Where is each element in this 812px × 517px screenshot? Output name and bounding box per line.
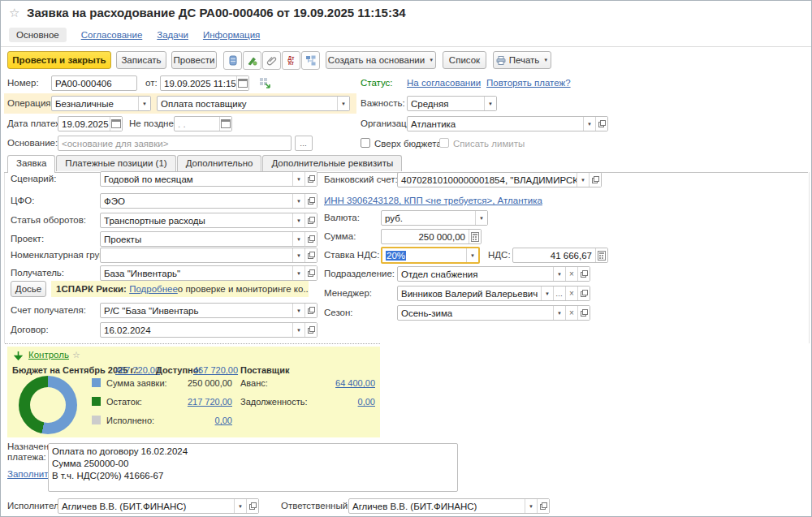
open-icon[interactable] <box>246 499 258 513</box>
season-field[interactable]: Осень-зима ▼ × <box>397 305 590 321</box>
chevron-down-icon[interactable]: ▼ <box>292 323 304 337</box>
list-button[interactable]: Список <box>443 51 486 69</box>
nav-tab-info[interactable]: Информация <box>203 30 260 40</box>
responsible-field[interactable]: Агличев В.В. (БИТ.ФИНАНС) ▼ <box>348 498 550 514</box>
manager-field[interactable]: Винников Валерий Валерьевич ▼ … × <box>397 286 590 301</box>
open-icon[interactable] <box>304 304 317 317</box>
inn-kpp-link[interactable]: ИНН 3906243128, КПП <не требуется>, Атла… <box>324 193 542 209</box>
executor-field[interactable]: Агличев В.В. (БИТ.ФИНАНС) ▼ <box>58 498 259 514</box>
control-star-icon[interactable]: ☆ <box>72 350 80 360</box>
document-date-field[interactable]: 19.09.2025 11:15:34 <box>160 75 249 91</box>
chevron-down-icon[interactable]: ▼ <box>475 211 487 225</box>
basis-input[interactable] <box>58 136 292 151</box>
clear-icon[interactable]: × <box>565 287 577 300</box>
open-icon[interactable] <box>304 266 317 280</box>
tab-payment-positions[interactable]: Платежные позиции (1) <box>56 155 175 171</box>
importance-field[interactable]: Средняя ▼ <box>407 96 497 111</box>
clear-icon[interactable]: × <box>565 306 577 320</box>
chevron-down-icon[interactable]: ▼ <box>292 172 304 186</box>
currency-field[interactable]: руб. ▼ <box>381 210 488 226</box>
recipient-account-field[interactable]: Р/С "База "Инвентарь ▼ <box>100 303 317 318</box>
post-and-close-button[interactable]: Провести и закрыть <box>7 51 111 69</box>
advance-value-link[interactable]: 64 400,00 <box>312 378 375 388</box>
favorite-star-icon[interactable]: ☆ <box>9 6 19 20</box>
spark-details-link[interactable]: Подробнее <box>129 284 178 294</box>
chevron-down-icon[interactable]: ▼ <box>292 304 304 317</box>
remainder-value-link[interactable]: 217 720,00 <box>175 397 232 407</box>
chevron-down-icon[interactable]: ▼ <box>292 213 304 227</box>
debt-value-link[interactable]: 0,00 <box>312 397 375 407</box>
repeat-payment-link[interactable]: Повторять платеж? <box>486 75 571 91</box>
chevron-down-icon[interactable]: ▼ <box>337 97 349 110</box>
register-records-icon[interactable] <box>223 51 242 70</box>
write-off-limits-checkbox[interactable] <box>439 138 449 148</box>
department-field[interactable]: Отдел снабжения ▼ × <box>397 266 590 282</box>
scenario-field[interactable]: Годовой по месяцам ▼ <box>100 171 317 187</box>
organization-field[interactable]: Атлантика ▼ <box>407 116 608 131</box>
budget-value-link[interactable]: 467 720,00 <box>115 365 160 375</box>
chevron-down-icon[interactable]: ▼ <box>292 248 304 262</box>
open-icon[interactable] <box>577 287 590 300</box>
basis-select-button[interactable]: … <box>295 136 313 151</box>
open-icon[interactable] <box>304 172 317 186</box>
payment-purpose-textarea[interactable]: Оплата по договору 16.02.2024 Сумма 2500… <box>48 443 458 492</box>
open-icon[interactable] <box>304 323 317 337</box>
operation-type-field[interactable]: Безналичные ▼ <box>51 96 151 111</box>
contract-field[interactable]: 16.02.2024 ▼ <box>100 322 317 338</box>
calendar-icon[interactable] <box>110 117 122 131</box>
structure-icon[interactable] <box>301 51 320 70</box>
open-icon[interactable] <box>589 173 601 187</box>
turnover-item-field[interactable]: Транспортные расходы ▼ <box>100 213 317 228</box>
calculator-icon[interactable] <box>595 248 607 262</box>
vat-rate-field[interactable]: 20% ▼ <box>381 247 480 264</box>
control-link[interactable]: Контроль <box>28 350 69 360</box>
open-icon[interactable] <box>577 267 590 281</box>
print-button[interactable]: Печать▼ <box>493 51 551 69</box>
project-field[interactable]: Проекты ▼ <box>100 231 317 247</box>
chevron-down-icon[interactable]: ▼ <box>484 97 496 110</box>
tab-additional-attributes[interactable]: Дополнительные реквизиты <box>262 155 402 171</box>
bank-account-field[interactable]: 40702810100000001854, "ВЛАДИМИРСКИЙ" ФБ … <box>397 172 602 187</box>
chevron-down-icon[interactable]: ▼ <box>553 267 565 281</box>
chevron-down-icon[interactable]: ▼ <box>541 287 553 300</box>
tab-request[interactable]: Заявка <box>7 155 55 173</box>
vat-amount-field[interactable]: 41 666,67 <box>512 248 608 263</box>
select-icon[interactable]: … <box>553 287 565 300</box>
clear-icon[interactable]: × <box>565 267 577 281</box>
nav-tab-approval[interactable]: Согласование <box>81 30 143 40</box>
number-field[interactable]: РА00-000406 <box>51 75 137 91</box>
chevron-down-icon[interactable]: ▼ <box>553 306 565 320</box>
nav-tab-main[interactable]: Основное <box>9 28 67 42</box>
collapse-arrow-icon[interactable] <box>14 351 23 360</box>
chevron-down-icon[interactable]: ▼ <box>292 194 304 208</box>
available-value-link[interactable]: 467 720,00 <box>193 365 238 375</box>
chevron-down-icon[interactable]: ▼ <box>466 248 478 262</box>
sign-icon[interactable] <box>243 51 261 70</box>
open-icon[interactable] <box>304 213 317 227</box>
recipient-field[interactable]: База "Инвентарь" ▼ <box>100 265 317 281</box>
calculator-icon[interactable] <box>469 230 481 243</box>
chevron-down-icon[interactable]: ▼ <box>577 173 589 187</box>
status-link[interactable]: На согласовании <box>407 75 481 91</box>
document-journal-icon[interactable] <box>259 77 271 89</box>
calendar-icon[interactable] <box>219 117 231 131</box>
chevron-down-icon[interactable]: ▼ <box>292 232 304 246</box>
chevron-down-icon[interactable]: ▼ <box>234 499 246 513</box>
not-later-field[interactable]: . . <box>174 116 232 131</box>
calendar-icon[interactable] <box>236 76 248 90</box>
payment-date-field[interactable]: 19.09.2025 <box>58 116 123 131</box>
open-icon[interactable] <box>595 117 607 131</box>
cfo-field[interactable]: ФЭО ▼ <box>100 193 317 209</box>
post-button[interactable]: Провести <box>171 51 217 69</box>
nomenclature-group-field[interactable]: ▼ <box>100 248 317 263</box>
fill-purpose-link[interactable]: Заполнить <box>7 467 53 482</box>
nav-tab-tasks[interactable]: Задачи <box>157 30 188 40</box>
chevron-down-icon[interactable]: ▼ <box>138 97 150 110</box>
chevron-down-icon[interactable]: ▼ <box>525 499 537 513</box>
dtkt-icon[interactable]: Дт Кт <box>282 51 300 70</box>
open-icon[interactable] <box>577 306 590 320</box>
amount-field[interactable]: 250 000,00 <box>381 229 482 244</box>
open-icon[interactable] <box>304 232 317 246</box>
open-icon[interactable] <box>304 248 317 262</box>
create-based-on-button[interactable]: Создать на основании▼ <box>326 51 436 69</box>
